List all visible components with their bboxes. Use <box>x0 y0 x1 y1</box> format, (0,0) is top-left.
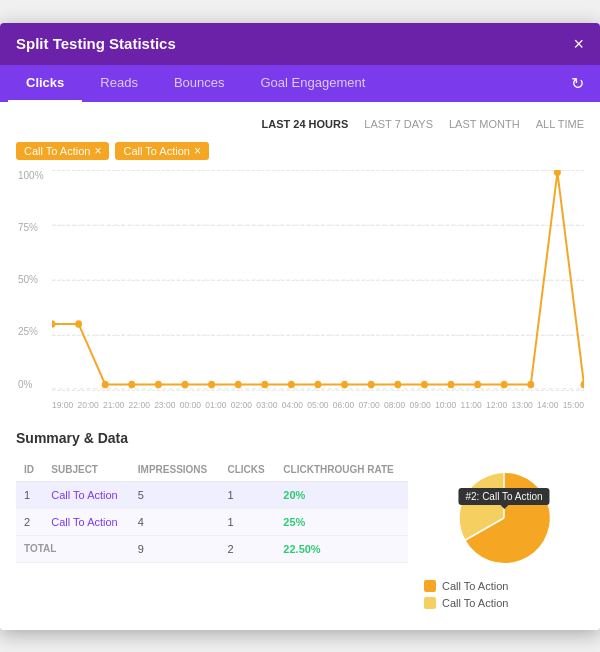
svg-point-7 <box>102 380 109 388</box>
legend-label-1: Call To Action <box>442 580 508 592</box>
filter-tags: Call To Action × Call To Action × <box>16 142 584 160</box>
y-label-0: 0% <box>18 379 44 390</box>
filter-tag-1-remove[interactable]: × <box>94 145 101 157</box>
pie-tooltip: #2: Call To Action <box>458 488 549 505</box>
row2-id: 2 <box>16 508 43 535</box>
x-label-01: 01:00 <box>205 400 226 410</box>
filter-last-7d[interactable]: LAST 7 DAYS <box>364 118 433 130</box>
filter-tag-1: Call To Action × <box>16 142 109 160</box>
svg-point-19 <box>421 380 428 388</box>
table-container: ID SUBJECT IMPRESSIONS CLICKS CLICKTHROU… <box>16 458 408 614</box>
chart-wrapper: 100% 75% 50% 25% 0% <box>52 170 584 390</box>
tab-goal-engagement[interactable]: Goal Engagement <box>242 65 383 102</box>
tab-reads[interactable]: Reads <box>82 65 156 102</box>
svg-point-6 <box>75 320 82 328</box>
x-label-14: 14:00 <box>537 400 558 410</box>
svg-point-17 <box>368 380 375 388</box>
x-label-07: 07:00 <box>358 400 379 410</box>
svg-point-13 <box>261 380 268 388</box>
summary-title: Summary & Data <box>16 430 584 446</box>
x-label-11: 11:00 <box>461 400 482 410</box>
legend-label-2: Call To Action <box>442 597 508 609</box>
summary-table: ID SUBJECT IMPRESSIONS CLICKS CLICKTHROU… <box>16 458 408 563</box>
pie-svg <box>444 458 564 568</box>
svg-point-11 <box>208 380 215 388</box>
svg-point-15 <box>315 380 322 388</box>
y-label-25: 25% <box>18 326 44 337</box>
filter-tag-1-label: Call To Action <box>24 145 90 157</box>
row2-ctr: 25% <box>275 508 408 535</box>
x-label-04: 04:00 <box>282 400 303 410</box>
x-label-09: 09:00 <box>409 400 430 410</box>
x-label-20: 20:00 <box>78 400 99 410</box>
col-clicks: CLICKS <box>219 458 275 482</box>
summary-layout: ID SUBJECT IMPRESSIONS CLICKS CLICKTHROU… <box>16 458 584 614</box>
table-header-row: ID SUBJECT IMPRESSIONS CLICKS CLICKTHROU… <box>16 458 408 482</box>
x-label-02: 02:00 <box>231 400 252 410</box>
svg-point-21 <box>474 380 481 388</box>
filter-last-month[interactable]: LAST MONTH <box>449 118 520 130</box>
filter-last-24h[interactable]: LAST 24 HOURS <box>262 118 349 130</box>
refresh-button[interactable]: ↻ <box>563 66 592 101</box>
svg-point-18 <box>394 380 401 388</box>
table-row: 2 Call To Action 4 1 25% <box>16 508 408 535</box>
y-label-100: 100% <box>18 170 44 181</box>
row1-impressions: 5 <box>130 481 220 508</box>
x-label-05: 05:00 <box>307 400 328 410</box>
y-label-50: 50% <box>18 274 44 285</box>
x-label-13: 13:00 <box>512 400 533 410</box>
x-label-23: 23:00 <box>154 400 175 410</box>
x-label-10: 10:00 <box>435 400 456 410</box>
row1-subject: Call To Action <box>43 481 130 508</box>
svg-point-8 <box>128 380 135 388</box>
legend-item-1: Call To Action <box>424 580 584 592</box>
filter-all-time[interactable]: ALL TIME <box>536 118 584 130</box>
svg-point-5 <box>52 320 55 328</box>
modal-header: Split Testing Statistics × <box>0 23 600 65</box>
row2-subject: Call To Action <box>43 508 130 535</box>
content-area: LAST 24 HOURS LAST 7 DAYS LAST MONTH ALL… <box>0 102 600 630</box>
legend-dot-1 <box>424 580 436 592</box>
close-button[interactable]: × <box>573 35 584 53</box>
svg-point-10 <box>182 380 189 388</box>
svg-point-25 <box>581 380 584 388</box>
svg-point-9 <box>155 380 162 388</box>
legend-item-2: Call To Action <box>424 597 584 609</box>
y-label-75: 75% <box>18 222 44 233</box>
total-label: TOTAL <box>16 535 130 562</box>
summary-section: Summary & Data ID SUBJECT IMPRESSIONS CL… <box>16 430 584 614</box>
modal-title: Split Testing Statistics <box>16 35 176 52</box>
x-label-03: 03:00 <box>256 400 277 410</box>
svg-point-14 <box>288 380 295 388</box>
x-label-22: 22:00 <box>129 400 150 410</box>
pie-container: #2: Call To Action <box>424 458 584 614</box>
col-id: ID <box>16 458 43 482</box>
tab-bounces[interactable]: Bounces <box>156 65 243 102</box>
total-impressions: 9 <box>130 535 220 562</box>
row2-clicks: 1 <box>219 508 275 535</box>
col-subject: SUBJECT <box>43 458 130 482</box>
tab-clicks[interactable]: Clicks <box>8 65 82 102</box>
x-labels: 19:00 20:00 21:00 22:00 23:00 00:00 01:0… <box>52 400 584 410</box>
x-label-12: 12:00 <box>486 400 507 410</box>
svg-point-24 <box>554 170 561 176</box>
line-chart <box>52 170 584 390</box>
row2-impressions: 4 <box>130 508 220 535</box>
x-label-19: 19:00 <box>52 400 73 410</box>
filter-tag-2-remove[interactable]: × <box>194 145 201 157</box>
row1-ctr: 20% <box>275 481 408 508</box>
filter-tag-2: Call To Action × <box>115 142 208 160</box>
row1-clicks: 1 <box>219 481 275 508</box>
tabs-bar: Clicks Reads Bounces Goal Engagement ↻ <box>0 65 600 102</box>
total-ctr: 22.50% <box>275 535 408 562</box>
svg-point-23 <box>527 380 534 388</box>
x-label-06: 06:00 <box>333 400 354 410</box>
svg-point-12 <box>235 380 242 388</box>
total-clicks: 2 <box>219 535 275 562</box>
col-ctr: CLICKTHROUGH RATE <box>275 458 408 482</box>
col-impressions: IMPRESSIONS <box>130 458 220 482</box>
svg-point-16 <box>341 380 348 388</box>
svg-point-22 <box>501 380 508 388</box>
x-label-21: 21:00 <box>103 400 124 410</box>
x-label-08: 08:00 <box>384 400 405 410</box>
